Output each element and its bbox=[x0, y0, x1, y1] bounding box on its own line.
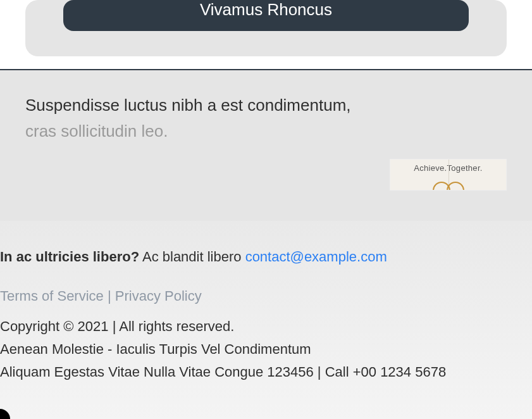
cta-button[interactable]: Vivamus Rhoncus bbox=[63, 0, 469, 31]
link-separator: | bbox=[104, 288, 115, 304]
footer-address: Aliquam Egestas Vitae Nulla Vitae Congue… bbox=[0, 361, 532, 383]
footer-company: Aenean Molestie - Iaculis Turpis Vel Con… bbox=[0, 339, 532, 360]
promo-badge: Achieve.Together. bbox=[390, 159, 507, 191]
footer-copyright-block: Copyright © 2021 | All rights reserved. … bbox=[0, 316, 532, 383]
card: Vivamus Rhoncus bbox=[25, 0, 507, 56]
promo-arcs-icon bbox=[433, 175, 464, 191]
footer-question-label: In ac ultricies libero? bbox=[0, 249, 139, 265]
footer-legal-links: Terms of Service | Privacy Policy bbox=[0, 285, 532, 307]
footer-email-link[interactable]: contact@example.com bbox=[245, 249, 387, 265]
corner-decor bbox=[0, 409, 10, 419]
tagline-line-1: Suspendisse luctus nibh a est condimentu… bbox=[25, 96, 507, 115]
terms-of-service-link[interactable]: Terms of Service bbox=[0, 288, 104, 304]
footer-contact-row: In ac ultricies libero? Ac blandit liber… bbox=[0, 246, 532, 268]
footer: In ac ultricies libero? Ac blandit liber… bbox=[0, 221, 532, 419]
card-container: Vivamus Rhoncus bbox=[0, 0, 532, 69]
footer-question-text: Ac blandit libero bbox=[139, 249, 245, 265]
tagline-section: Suspendisse luctus nibh a est condimentu… bbox=[0, 69, 532, 221]
footer-copyright: Copyright © 2021 | All rights reserved. bbox=[0, 316, 532, 337]
privacy-policy-link[interactable]: Privacy Policy bbox=[115, 288, 202, 304]
tagline-line-2: cras sollicitudin leo. bbox=[25, 122, 507, 141]
